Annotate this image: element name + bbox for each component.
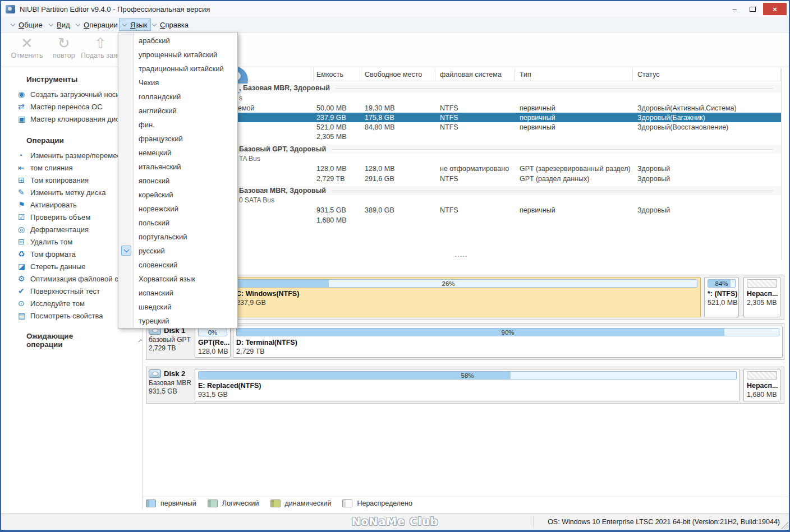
chevron-down-icon (11, 21, 15, 26)
language-item-simplified-chinese[interactable]: упрощенный китайский (118, 48, 237, 62)
language-item-slovenian[interactable]: словенский (118, 258, 237, 272)
table-row[interactable]: 1,680 MB (143, 215, 781, 225)
language-item-japanese[interactable]: японский (118, 174, 237, 188)
disk1-info[interactable]: Disk 1 базовый GPT 2,729 TB (149, 326, 194, 353)
divider (143, 497, 789, 497)
redo-label: повтор (53, 52, 75, 59)
redo-button[interactable]: ↻ повтор (48, 35, 80, 65)
app-icon (6, 5, 15, 13)
sidebar-item-label: Том копирования (30, 176, 89, 184)
disk-group-subtext: TA Bus (143, 154, 781, 163)
disk-clone-icon: ▣ (18, 114, 30, 123)
table-row[interactable]: 521,0 MB 84,80 MB NTFS первичный Здоровы… (143, 122, 781, 132)
table-row-selected[interactable]: 237,9 GB 175,8 GB NTFS первичный Здоровы… (143, 113, 781, 122)
language-item-french[interactable]: французский (118, 132, 237, 146)
language-item-turkish[interactable]: турецкий (118, 314, 237, 328)
usage-bar: 84% (708, 279, 736, 288)
table-row[interactable]: 2,305 MB (143, 132, 781, 141)
disk2-info[interactable]: Disk 2 Базовая MBR 931,5 GB (149, 369, 194, 396)
menu-help[interactable]: Справка (149, 18, 192, 31)
language-item-traditional-chinese[interactable]: традиционный китайский (118, 62, 237, 76)
disk-icon (149, 369, 161, 378)
language-item-swedish[interactable]: шведский (118, 300, 237, 314)
edit-label-icon: ✎ (18, 188, 30, 197)
usage-bar: 26% (199, 279, 697, 288)
language-item-croatian[interactable]: Хорватский язык (118, 272, 237, 286)
language-item-norwegian[interactable]: норвежский (118, 202, 237, 216)
undo-label: Отменить (11, 52, 43, 59)
disk0-partition-star[interactable]: 84% *: (NTFS) 521,0 MB (704, 277, 739, 317)
usage-percent: 26% (200, 280, 697, 288)
disk2-unallocated[interactable]: Нерасп... 1,680 MB (743, 369, 780, 401)
cell-status: Здоровый (633, 165, 781, 173)
column-capacity[interactable]: Емкость (314, 68, 360, 81)
disk2-partition-e[interactable]: 58% E: Replaced(NTFS) 931,5 GB (195, 369, 740, 401)
close-button[interactable]: × (763, 3, 787, 15)
cell-capacity: 521,0 MB (314, 123, 360, 131)
menu-language[interactable]: Язык (119, 18, 151, 31)
sidebar-item-label: Поверхностный тест (30, 287, 100, 295)
resize-grip[interactable] (781, 522, 788, 529)
chevron-up-icon (138, 339, 143, 344)
language-item-russian[interactable]: русский (118, 244, 237, 258)
delete-volume-icon: ⊟ (18, 237, 30, 246)
menu-help-label: Справка (160, 21, 189, 29)
language-item-finnish[interactable]: фин. (118, 118, 237, 132)
partition-size: 521,0 MB (708, 299, 736, 307)
maximize-button[interactable] (745, 3, 760, 15)
divider (533, 516, 534, 528)
partition-label: *: (NTFS) (708, 290, 736, 298)
language-item-english[interactable]: английский (118, 104, 237, 118)
menu-general[interactable]: Общие (8, 18, 46, 31)
language-item-czech[interactable]: Чехия (118, 76, 237, 90)
usage-bar: 0% (198, 328, 227, 336)
language-item-dutch[interactable]: голландский (118, 90, 237, 104)
cell-file-system: NTFS (435, 175, 515, 183)
minimize-button[interactable]: – (727, 3, 742, 15)
table-row[interactable]: 931,5 GB 389,0 GB NTFS первичный Здоровы… (143, 205, 781, 215)
column-file-system[interactable]: файловая система (435, 68, 515, 81)
cell-status: Здоровый (633, 175, 781, 183)
disk1-partition-gpt[interactable]: 0% GPT(Re... 128,0 MB (195, 326, 231, 358)
splitter-handle[interactable]: ..... (439, 250, 484, 258)
legend-label: Нераспределено (357, 499, 412, 507)
divider (332, 149, 773, 150)
menu-view[interactable]: Вид (46, 18, 74, 31)
disk-layout: базовый GPT (149, 336, 194, 344)
window-title: NIUBI Partition Editor v9.4.0 - Професси… (20, 5, 210, 13)
column-free-space[interactable]: Свободное место (360, 68, 435, 81)
language-item-german[interactable]: немецкий (118, 146, 237, 160)
language-item-polish[interactable]: польский (118, 216, 237, 230)
disk0-partition-c[interactable]: 26% C: Windows(NTFS) 237,9 GB (196, 277, 701, 317)
language-item-italian[interactable]: итальянский (118, 160, 237, 174)
sidebar-item-label: Посмотреть свойства (30, 312, 103, 320)
sidebar-item-label: Стереть данные (30, 262, 86, 271)
pending-operations-header[interactable]: Ожидающие операции (26, 332, 142, 349)
undo-button[interactable]: ✕ Отменить (7, 35, 47, 65)
cell-file-system: NTFS (435, 114, 515, 122)
cell-status: Здоровый(Багажник) (633, 114, 781, 122)
partition-label: E: Replaced(NTFS) (198, 382, 737, 390)
legend-logical: Логический (208, 499, 259, 507)
language-item-spanish[interactable]: испанский (118, 286, 237, 300)
cell-capacity: 2,305 MB (314, 133, 360, 141)
partition-size: 2,729 TB (236, 348, 779, 355)
language-item-portuguese[interactable]: португальский (118, 230, 237, 244)
language-item-korean[interactable]: корейский (118, 188, 237, 202)
table-row[interactable]: емой 50,00 MB 19,30 MB NTFS первичный Зд… (143, 103, 781, 113)
language-item-arabic[interactable]: арабский (118, 34, 237, 48)
menu-operations[interactable]: Операции (73, 18, 121, 31)
menu-general-label: Общие (19, 21, 43, 29)
disk1-partition-d[interactable]: 90% D: Terminal(NTFS) 2,729 TB (233, 326, 783, 358)
table-row[interactable]: 128,0 MB 128,0 MB не отформатировано GPT… (143, 164, 781, 173)
column-status[interactable]: Статус (633, 68, 781, 81)
disk0-unallocated[interactable]: Нерасп... 2,305 MB (743, 277, 780, 317)
cell-capacity: 50,00 MB (314, 104, 360, 112)
sidebar-item-label: Мастер клонирования дисков (30, 115, 131, 123)
unallocated-bar (747, 371, 777, 380)
copy-volume-icon: ⊞ (18, 175, 30, 184)
column-type[interactable]: Тип (515, 68, 633, 81)
sidebar-item-label: Мастер переноса ОС (30, 103, 103, 111)
table-row[interactable]: 2,729 TB 291,6 GB NTFS GPT (раздел данны… (143, 174, 781, 183)
disk1-panel: Disk 1 базовый GPT 2,729 TB 0% GPT(Re...… (146, 323, 784, 360)
